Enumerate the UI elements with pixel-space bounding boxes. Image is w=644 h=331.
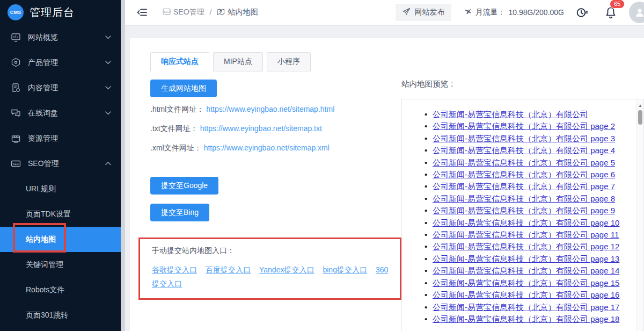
content-icon bbox=[11, 83, 21, 93]
sitemap-preview-link[interactable]: 公司新闻-易营宝信息科技（北京）有限公司 page 4 bbox=[433, 146, 615, 155]
submit-bing-button[interactable]: 提交至Bing bbox=[150, 204, 209, 221]
traffic-label: 月流量： bbox=[475, 8, 505, 17]
sitemap-preview-item: 公司新闻-易营宝信息科技（北京）有限公司 bbox=[425, 109, 631, 120]
sidebar-item-seo[interactable]: SEOSEO管理 bbox=[0, 151, 121, 176]
sitemap-file-row: .xml文件网址：https://www.eyingbao.net/sitema… bbox=[150, 142, 334, 154]
submit-google-button[interactable]: 提交至Google bbox=[150, 177, 218, 195]
cms-logo-icon: CMS bbox=[8, 4, 24, 20]
sidebar-subitem-page-tdk[interactable]: 页面TDK设置 bbox=[0, 202, 121, 227]
sitemap-file-row: .txt文件网址：https://www.eyingbao.net/sitema… bbox=[150, 123, 334, 134]
sitemap-preview-link[interactable]: 公司新闻-易营宝信息科技（北京）有限公司 page 15 bbox=[433, 278, 619, 287]
sitemap-preview-item: 公司新闻-易营宝信息科技（北京）有限公司 page 6 bbox=[425, 169, 631, 181]
tab-mip[interactable]: MIP站点 bbox=[213, 52, 263, 71]
breadcrumb-item-sitemap: 站内地图 bbox=[217, 8, 258, 17]
app-title: 管理后台 bbox=[30, 5, 75, 20]
sitemap-preview-item: 公司新闻-易营宝信息科技（北京）有限公司 page 17 bbox=[425, 301, 631, 313]
paper-plane-icon bbox=[402, 8, 411, 17]
sitemap-preview-panel: 公司新闻-易营宝信息科技（北京）有限公司公司新闻-易营宝信息科技（北京）有限公司… bbox=[401, 99, 644, 331]
breadcrumb: SEO SEO管理 / 站内地图 bbox=[163, 8, 258, 17]
sitemap-preview-link[interactable]: 公司新闻-易营宝信息科技（北京）有限公司 page 7 bbox=[433, 182, 615, 191]
sidebar-subitem-label: Robots文件 bbox=[26, 285, 64, 295]
generate-sitemap-button[interactable]: 生成网站地图 bbox=[150, 80, 217, 97]
user-avatar[interactable] bbox=[629, 2, 644, 23]
tab-miniapp[interactable]: 小程序 bbox=[267, 52, 311, 71]
site-type-tabs: 响应式站点MIP站点小程序 bbox=[150, 52, 314, 71]
sitemap-preview-link[interactable]: 公司新闻-易营宝信息科技（北京）有限公司 page 6 bbox=[433, 170, 615, 179]
sitemap-preview-link[interactable]: 公司新闻-易营宝信息科技（北京）有限公司 page 2 bbox=[433, 121, 615, 131]
notification-bell-icon[interactable]: 65 bbox=[604, 6, 617, 19]
sitemap-preview-item: 公司新闻-易营宝信息科技（北京）有限公司 page 12 bbox=[425, 241, 631, 253]
notification-badge: 65 bbox=[610, 0, 625, 9]
sidebar-subitem-robots-file[interactable]: Robots文件 bbox=[0, 277, 121, 303]
manual-submit-links: 谷歌提交入口百度提交入口Yandex提交入口bing提交入口360提交入口 bbox=[152, 263, 390, 291]
seo-icon: SEO bbox=[11, 159, 21, 169]
svg-text:SEO: SEO bbox=[164, 10, 170, 13]
sitemap-file-row: .html文件网址：https://www.eyingbao.net/sitem… bbox=[150, 104, 334, 115]
file-url-link[interactable]: https://www.eyingbao.net/sitemap.txt bbox=[200, 124, 322, 133]
resource-icon bbox=[11, 133, 21, 143]
sitemap-preview-item: 公司新闻-易营宝信息科技（北京）有限公司 page 5 bbox=[425, 157, 631, 169]
sitemap-preview-item: 公司新闻-易营宝信息科技（北京）有限公司 page 15 bbox=[425, 277, 631, 289]
breadcrumb-item-seo[interactable]: SEO SEO管理 bbox=[163, 8, 204, 17]
sitemap-preview-link[interactable]: 公司新闻-易营宝信息科技（北京）有限公司 page 9 bbox=[433, 206, 615, 215]
sidebar-item-label: SEO管理 bbox=[28, 159, 59, 169]
dashboard-icon bbox=[11, 32, 21, 42]
sitemap-preview-item: 公司新闻-易营宝信息科技（北京）有限公司 page 11 bbox=[425, 229, 631, 241]
sitemap-preview-link[interactable]: 公司新闻-易营宝信息科技（北京）有限公司 page 12 bbox=[433, 242, 619, 251]
annotation-box-manual-submit: 手动提交站内地图入口： 谷歌提交入口百度提交入口Yandex提交入口bing提交… bbox=[138, 238, 401, 300]
sitemap-preview-list: 公司新闻-易营宝信息科技（北京）有限公司公司新闻-易营宝信息科技（北京）有限公司… bbox=[402, 99, 643, 325]
sidebar-item-inquiry[interactable]: 在线询盘 bbox=[0, 100, 121, 126]
sitemap-preview-item: 公司新闻-易营宝信息科技（北京）有限公司 page 4 bbox=[425, 145, 631, 156]
inquiry-icon bbox=[11, 108, 21, 118]
sidebar-item-label: 产品管理 bbox=[28, 58, 58, 68]
sitemap-preview-link[interactable]: 公司新闻-易营宝信息科技（北京）有限公司 page 3 bbox=[433, 134, 615, 143]
sidebar-subitem-page-301[interactable]: 页面301跳转 bbox=[0, 303, 121, 328]
file-url-link[interactable]: https://www.eyingbao.net/sitemap.html bbox=[206, 105, 334, 113]
file-url-link[interactable]: https://www.eyingbao.net/sitemap.xml bbox=[204, 143, 330, 152]
sitemap-preview-link[interactable]: 公司新闻-易营宝信息科技（北京）有限公司 page 16 bbox=[433, 290, 619, 299]
sitemap-preview-item: 公司新闻-易营宝信息科技（北京）有限公司 page 9 bbox=[425, 205, 631, 217]
preview-scrollbar-thumb[interactable] bbox=[638, 110, 642, 125]
preview-scrollbar[interactable]: ▲ bbox=[636, 99, 643, 331]
sidebar-menu: 网站概览产品管理内容管理在线询盘资源管理SEOSEO管理URL规则页面TDK设置… bbox=[0, 25, 121, 328]
sitemap-preview-link[interactable]: 公司新闻-易营宝信息科技（北京）有限公司 page 8 bbox=[433, 194, 615, 203]
sidebar-item-product[interactable]: 产品管理 bbox=[0, 50, 121, 75]
sitemap-preview-item: 公司新闻-易营宝信息科技（北京）有限公司 page 2 bbox=[425, 120, 631, 132]
sitemap-preview-item: 公司新闻-易营宝信息科技（北京）有限公司 page 14 bbox=[425, 265, 631, 277]
history-clock-icon[interactable] bbox=[576, 6, 588, 19]
sidebar-subitem-site-map[interactable]: 站内地图 bbox=[0, 227, 121, 252]
scroll-up-arrow-icon[interactable]: ▲ bbox=[637, 103, 643, 108]
file-url-label: .html文件网址： bbox=[150, 105, 204, 113]
chevron-down-icon bbox=[105, 111, 111, 115]
sidebar-subitem-label: 页面TDK设置 bbox=[26, 210, 71, 219]
site-publish-button[interactable]: 网站发布 bbox=[396, 4, 451, 21]
sidebar-item-overview[interactable]: 网站概览 bbox=[0, 25, 121, 50]
sitemap-preview-item: 公司新闻-易营宝信息科技（北京）有限公司 page 18 bbox=[425, 313, 631, 325]
sidebar-subitem-keywords[interactable]: 关键词管理 bbox=[0, 252, 121, 277]
manual-submit-link[interactable]: Yandex提交入口 bbox=[259, 265, 314, 274]
tab-responsive[interactable]: 响应式站点 bbox=[150, 52, 209, 71]
sidebar-item-label: 资源管理 bbox=[28, 134, 58, 143]
manual-submit-link[interactable]: 谷歌提交入口 bbox=[152, 265, 197, 274]
chevron-down-icon bbox=[105, 86, 111, 90]
manual-submit-link[interactable]: 百度提交入口 bbox=[206, 265, 251, 274]
sidebar-subitem-url-rules[interactable]: URL规则 bbox=[0, 176, 121, 202]
sitemap-preview-link[interactable]: 公司新闻-易营宝信息科技（北京）有限公司 page 14 bbox=[433, 266, 619, 275]
sitemap-preview-link[interactable]: 公司新闻-易营宝信息科技（北京）有限公司 page 11 bbox=[433, 230, 619, 239]
sitemap-preview-link[interactable]: 公司新闻-易营宝信息科技（北京）有限公司 page 18 bbox=[433, 314, 619, 323]
sitemap-preview-link[interactable]: 公司新闻-易营宝信息科技（北京）有限公司 page 10 bbox=[433, 218, 619, 227]
sitemap-preview-link[interactable]: 公司新闻-易营宝信息科技（北京）有限公司 bbox=[433, 110, 588, 119]
sidebar-subitem-label: URL规则 bbox=[26, 184, 56, 194]
menu-fold-icon[interactable] bbox=[137, 8, 148, 17]
sidebar-scrollbar[interactable] bbox=[121, 0, 125, 331]
sitemap-preview-link[interactable]: 公司新闻-易营宝信息科技（北京）有限公司 page 17 bbox=[433, 303, 619, 312]
sidebar-item-content[interactable]: 内容管理 bbox=[0, 75, 121, 100]
sidebar-subitem-label: 站内地图 bbox=[26, 235, 56, 244]
sitemap-preview-item: 公司新闻-易营宝信息科技（北京）有限公司 page 7 bbox=[425, 181, 631, 192]
product-icon bbox=[11, 57, 21, 68]
sitemap-preview-item: 公司新闻-易营宝信息科技（北京）有限公司 page 13 bbox=[425, 253, 631, 265]
sidebar-item-resource[interactable]: 资源管理 bbox=[0, 126, 121, 151]
sitemap-preview-link[interactable]: 公司新闻-易营宝信息科技（北京）有限公司 page 13 bbox=[433, 254, 619, 263]
manual-submit-link[interactable]: bing提交入口 bbox=[323, 265, 367, 274]
sitemap-preview-link[interactable]: 公司新闻-易营宝信息科技（北京）有限公司 page 5 bbox=[433, 158, 615, 167]
